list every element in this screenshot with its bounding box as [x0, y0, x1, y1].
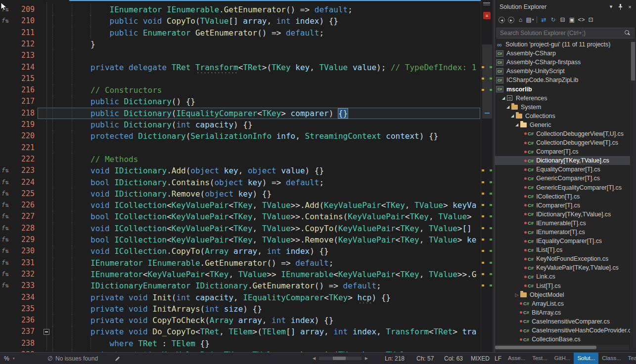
code-line[interactable]: 220protected Dictionary(SerializationInf…	[0, 130, 481, 142]
code-line[interactable]: 226f⇅void ICollection<KeyValuePair<TKey,…	[0, 200, 481, 211]
tree-item[interactable]: C#mscorlib	[495, 84, 630, 93]
tree-item[interactable]: C#IEnumerator[T].cs	[495, 228, 630, 237]
reference-glyph-icon[interactable]: f⇅	[1, 165, 8, 176]
code-line[interactable]: 228f⇅void ICollection<KeyValuePair<TKey,…	[0, 223, 481, 234]
show-all-files-icon[interactable]: ▣	[567, 15, 577, 24]
tree-item[interactable]: ◢Collections	[495, 112, 630, 121]
fold-collapse-button[interactable]	[44, 329, 49, 335]
tree-item[interactable]: C#KeyNotFoundException.cs	[495, 254, 630, 263]
tree-collapse-arrow-icon[interactable]: ◢	[500, 96, 506, 100]
panel-tab[interactable]: Test...	[529, 353, 551, 364]
tree-item[interactable]: C#Assembly-CSharp-firstpass	[495, 58, 630, 67]
tree-item[interactable]: C#ArrayList.cs	[495, 299, 630, 308]
panel-tab[interactable]: Asse...	[504, 353, 529, 364]
tree-item[interactable]: C#ICSharpCode.SharpZipLib	[495, 76, 630, 84]
scrollbar-thumb[interactable]	[482, 44, 492, 119]
tree-collapse-arrow-icon[interactable]: ◢	[514, 122, 520, 127]
tree-item[interactable]: ◢Generic	[495, 121, 630, 129]
pin-icon[interactable]	[616, 2, 625, 11]
code-line[interactable]: 215	[0, 73, 481, 84]
home-icon[interactable]: ⌂	[516, 15, 525, 24]
tree-item[interactable]: C#CollectionDebuggerView[T].cs	[495, 138, 630, 147]
edit-tracking-icon[interactable]	[115, 356, 121, 363]
code-line[interactable]: 236private void CopyToCheck(Array array,…	[0, 315, 481, 326]
scrollbar-thumb[interactable]	[495, 346, 596, 349]
reference-glyph-icon[interactable]: f⇅	[1, 177, 8, 188]
tree-item[interactable]: C#GenericEqualityComparer[T].cs	[495, 183, 630, 192]
sync-with-active-document-icon[interactable]: ⇄	[539, 15, 548, 24]
reference-glyph-icon[interactable]: f⇅	[1, 234, 8, 245]
tree-item[interactable]: C#CaseInsensitiveComparer.cs	[495, 317, 630, 326]
reference-glyph-icon[interactable]: f⇅	[1, 188, 8, 200]
reference-glyph-icon[interactable]: f⇅	[1, 280, 8, 291]
panel-tab[interactable]: Solut...	[574, 353, 598, 364]
tree-item[interactable]: ∞Solution 'project-gui' (11 of 11 projec…	[495, 40, 630, 49]
code-line[interactable]: 218public Dictionary(IEqualityComparer<T…	[0, 108, 481, 119]
tree-item[interactable]: C#IEnumerable[T].cs	[495, 219, 630, 228]
panel-tab[interactable]: Tea...	[625, 353, 636, 364]
code-line[interactable]: 225f⇅void IDictionary.Remove(object key)…	[0, 188, 481, 200]
tree-horizontal-scrollbar[interactable]	[495, 345, 629, 350]
code-line[interactable]: 235private void InitArrays(int size) {}	[0, 303, 481, 315]
code-line[interactable]: 229f⇅bool ICollection<KeyValuePair<TKey,…	[0, 234, 481, 245]
view-code-icon[interactable]: <>	[577, 15, 586, 24]
split-editor-handle[interactable]	[483, 2, 490, 3]
tree-item[interactable]: C#ICollection[T].cs	[495, 192, 630, 201]
tree-item[interactable]: C#CollectionBase.cs	[495, 335, 630, 344]
tree-expand-arrow-icon[interactable]: ▷	[514, 292, 520, 297]
reference-glyph-icon[interactable]: f⇅	[1, 245, 8, 257]
code-line[interactable]: 224f⇅bool IDictionary.Contains(object ke…	[0, 177, 481, 188]
scrollbar-thumb[interactable]	[333, 357, 346, 360]
code-line[interactable]: 213	[0, 50, 481, 61]
panel-tab[interactable]: Class...	[598, 353, 624, 364]
search-icon[interactable]	[625, 30, 631, 36]
code-line[interactable]: 223f⇅void IDictionary.Add(object key, ob…	[0, 165, 481, 176]
code-line[interactable]: 214private delegate TRet Transform<TRet>…	[0, 62, 481, 73]
editor-scrollbar[interactable]: ≡	[481, 0, 493, 352]
tree-item[interactable]: ◢References	[495, 94, 630, 103]
code-line[interactable]: 212}	[0, 39, 481, 50]
code-area[interactable]: 209f⇅IEnumerator IEnumerable.GetEnumerat…	[0, 0, 493, 352]
zoom-control[interactable]: %	[4, 355, 9, 362]
code-line[interactable]: 231f⇅IEnumerator IEnumerable.GetEnumerat…	[0, 257, 481, 269]
code-line[interactable]: 217public Dictionary() {}	[0, 96, 481, 107]
code-line[interactable]: 209f⇅IEnumerator IEnumerable.GetEnumerat…	[0, 4, 481, 15]
reference-glyph-icon[interactable]: f⇅	[1, 15, 8, 27]
tree-item[interactable]: C#BitArray.cs	[495, 308, 630, 317]
code-line[interactable]: 234private void Init(int capacity, IEqua…	[0, 292, 481, 303]
properties-icon[interactable]: ⊡	[586, 15, 595, 24]
back-icon[interactable]: ◀	[497, 15, 506, 24]
tree-collapse-arrow-icon[interactable]: ◢	[505, 105, 511, 109]
tree-item[interactable]: C#EqualityComparer[T].cs	[495, 165, 630, 174]
tree-item[interactable]: C#GenericComparer[T].cs	[495, 174, 630, 183]
reference-glyph-icon[interactable]: f⇅	[1, 223, 8, 234]
scroll-left-arrow-icon[interactable]: ◀	[313, 356, 316, 361]
tree-item[interactable]: C#KeyValuePair[TKey,TValue].cs	[495, 263, 630, 272]
tree-item[interactable]: ◢System	[495, 103, 630, 112]
tree-item[interactable]: C#Assembly-UnityScript	[495, 67, 630, 76]
tree-vertical-scrollbar[interactable]	[630, 40, 636, 351]
reference-glyph-icon[interactable]: f⇅	[1, 269, 8, 280]
refresh-icon[interactable]: ↻	[548, 15, 558, 24]
code-line[interactable]: 211public Enumerator GetEnumerator() => …	[0, 27, 481, 39]
code-line[interactable]: 227f⇅bool ICollection<KeyValuePair<TKey,…	[0, 211, 481, 222]
code-line[interactable]: 230f⇅void ICollection.CopyTo(Array array…	[0, 245, 481, 257]
code-line[interactable]: 222// Methods	[0, 154, 481, 165]
tree-item[interactable]: C#Assembly-CSharp	[495, 49, 630, 58]
reference-glyph-icon[interactable]: f⇅	[1, 200, 8, 211]
tree-collapse-arrow-icon[interactable]: ◢	[509, 114, 515, 118]
code-line[interactable]: 232f⇅IEnumerator<KeyValuePair<TKey, TVal…	[0, 269, 481, 280]
editor-horizontal-scrollbar[interactable]: ◀ ▶	[313, 355, 368, 363]
search-box[interactable]	[497, 28, 635, 39]
tree-item[interactable]: C#CollectionDebuggerView[T,U].cs	[495, 129, 630, 138]
tree-item[interactable]: C#CaseInsensitiveHashCodeProvider.cs	[495, 326, 630, 335]
tree-item[interactable]: C#IDictionary[TKey,TValue].cs	[495, 210, 630, 219]
tree-item[interactable]: C#List[T].cs	[495, 282, 630, 290]
search-input[interactable]	[497, 28, 635, 39]
code-line[interactable]: 237private void Do_CopyTo<TRet, TElem>(T…	[0, 326, 481, 337]
tree-item[interactable]: C#Dictionary[TKey,TValue].cs	[495, 156, 630, 165]
tree-item[interactable]: C#IEqualityComparer[T].cs	[495, 237, 630, 245]
close-icon[interactable]: ×	[626, 2, 634, 11]
code-line[interactable]: 219public Dictionary(int capacity) {}	[0, 119, 481, 130]
code-line[interactable]: 238where TRet : TElem {}	[0, 338, 481, 349]
